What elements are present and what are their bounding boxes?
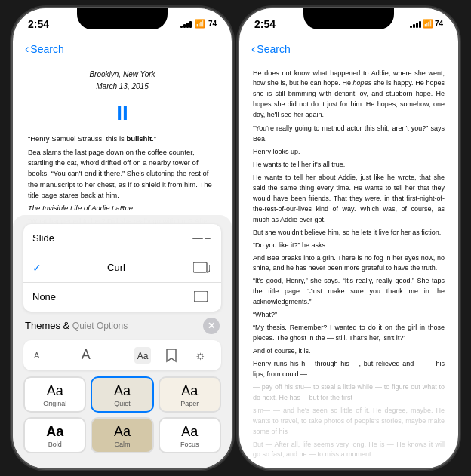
battery-left: 74 <box>208 20 217 28</box>
theme-calm-label: Calm <box>114 441 130 448</box>
chevron-left-icon-right: ‹ <box>251 42 255 56</box>
book-content-right: He does not know what happened to Addie,… <box>239 63 458 468</box>
right-para-11: “My thesis. Remember? I wanted to do it … <box>253 323 445 344</box>
signal-icon-right <box>410 20 421 28</box>
font-bookmark-button[interactable] <box>161 345 182 366</box>
theme-focus[interactable]: Aa Focus <box>159 417 221 453</box>
right-para-3: Henry looks up. <box>253 147 445 158</box>
battery-right: 74 <box>435 20 443 28</box>
right-para-9: “It's good, Henry,” she says. “It's real… <box>253 276 445 308</box>
right-para-13: Henry runs his h— through his —, but rel… <box>253 359 445 380</box>
brightness-button[interactable]: ☼ <box>189 345 211 366</box>
none-icon <box>191 290 212 305</box>
theme-grid: Aa Original Aa Quiet Aa Paper Aa Bold Aa <box>23 376 221 453</box>
theme-focus-aa: Aa <box>181 425 198 438</box>
theme-original-aa: Aa <box>47 384 63 398</box>
book-title: Brooklyn, New York March 13, 2015 <box>28 69 217 93</box>
theme-quiet[interactable]: Aa Quiet <box>91 376 153 413</box>
curl-label: Curl <box>107 262 125 273</box>
signal-icon <box>180 20 192 28</box>
right-para-10: “What?” <box>253 310 445 321</box>
theme-original-label: Original <box>43 400 66 407</box>
right-para-15: sim— — and he's seen so little of it. He… <box>253 406 445 438</box>
theme-paper-aa: Aa <box>181 384 198 398</box>
right-para-6: But she wouldn't believe him, so he lets… <box>253 228 445 238</box>
theme-focus-label: Focus <box>180 441 199 448</box>
slide-icon <box>191 231 212 246</box>
chapter-number: II <box>28 97 217 129</box>
wifi-icon-right: 📶 <box>423 19 433 29</box>
back-label-left: Search <box>30 43 63 55</box>
slide-menu: Slide ✓ Curl <box>23 224 221 312</box>
left-phone: 2:54 📶 74 ‹ Search Brooklyn, N <box>13 8 232 468</box>
right-para-1: He does not know what happened to Addie,… <box>253 69 445 121</box>
svg-rect-1 <box>194 291 208 302</box>
right-phone: 2:54 📶 74 ‹ Search He does not know wha <box>239 8 458 468</box>
theme-quiet-aa: Aa <box>114 384 131 398</box>
back-button-right[interactable]: ‹ Search <box>251 42 291 56</box>
notch <box>77 8 168 29</box>
right-para-8: And Bea breaks into a grin. There is no … <box>253 253 445 275</box>
right-para-5: He wants to tell her about Addie, just l… <box>253 173 445 226</box>
right-para-12: And of course, it is. <box>253 346 445 357</box>
book-para-2: Bea slams the last page down on the coff… <box>28 147 217 201</box>
close-button[interactable]: ✕ <box>203 318 220 334</box>
font-controls: Aa ☼ <box>132 345 211 366</box>
sun-icon: ☼ <box>195 349 206 362</box>
theme-paper-label: Paper <box>180 400 199 407</box>
themes-header: Themes & Quiet Options ✕ <box>23 318 221 334</box>
status-icons-right: 📶 74 <box>410 19 443 29</box>
wifi-icon: 📶 <box>195 19 205 29</box>
nav-bar-left: ‹ Search <box>13 35 232 63</box>
right-para-7: “Do you like it?” he asks. <box>253 241 445 251</box>
slide-menu-item-none[interactable]: None <box>23 283 221 312</box>
font-small-label: A <box>34 351 39 360</box>
status-icons-left: 📶 74 <box>180 19 217 29</box>
font-size-bar: A A Aa ☼ <box>23 340 221 370</box>
curl-icon <box>191 260 212 275</box>
book-para-1: “Henry Samuel Strauss, this is bullshit.… <box>28 134 217 144</box>
themes-title: Themes & Quiet Options <box>25 320 128 331</box>
theme-quiet-label: Quiet <box>114 400 131 407</box>
font-large-label: A <box>82 347 91 363</box>
time-left: 2:54 <box>28 18 49 30</box>
checkmark-icon: ✓ <box>32 262 42 274</box>
right-para-2: “You're really going to method actor thi… <box>253 124 445 145</box>
notch-right <box>303 8 394 29</box>
book-para-3: The Invisible Life of Addie LaRue. <box>28 203 217 213</box>
none-label: None <box>32 291 56 302</box>
slide-label: Slide <box>32 232 54 244</box>
theme-paper[interactable]: Aa Paper <box>159 376 221 413</box>
theme-calm-aa: Aa <box>114 425 131 438</box>
nav-bar-right: ‹ Search <box>239 35 458 63</box>
theme-bold[interactable]: Aa Bold <box>23 417 86 453</box>
slide-menu-item-slide[interactable]: Slide <box>23 224 221 253</box>
theme-original[interactable]: Aa Original <box>23 376 86 413</box>
time-right: 2:54 <box>254 18 276 30</box>
svg-text:Aa: Aa <box>137 351 149 361</box>
chevron-left-icon: ‹ <box>25 42 29 56</box>
svg-rect-0 <box>193 262 207 272</box>
theme-calm[interactable]: Aa Calm <box>91 417 153 453</box>
back-button-left[interactable]: ‹ Search <box>25 42 64 56</box>
right-para-4: He wants to tell her it's all true. <box>253 160 445 170</box>
font-style-button[interactable]: Aa <box>132 345 153 366</box>
slide-menu-item-curl[interactable]: ✓ Curl <box>23 253 221 283</box>
theme-bold-label: Bold <box>48 441 62 448</box>
right-para-14: — pay off his stu— to steal a little whi… <box>253 382 445 404</box>
back-label-right: Search <box>257 43 290 55</box>
right-para-16: But — After all, life seems very long. H… <box>253 440 445 461</box>
overlay-panel: Slide ✓ Curl <box>13 215 232 468</box>
theme-bold-aa: Aa <box>46 425 63 438</box>
